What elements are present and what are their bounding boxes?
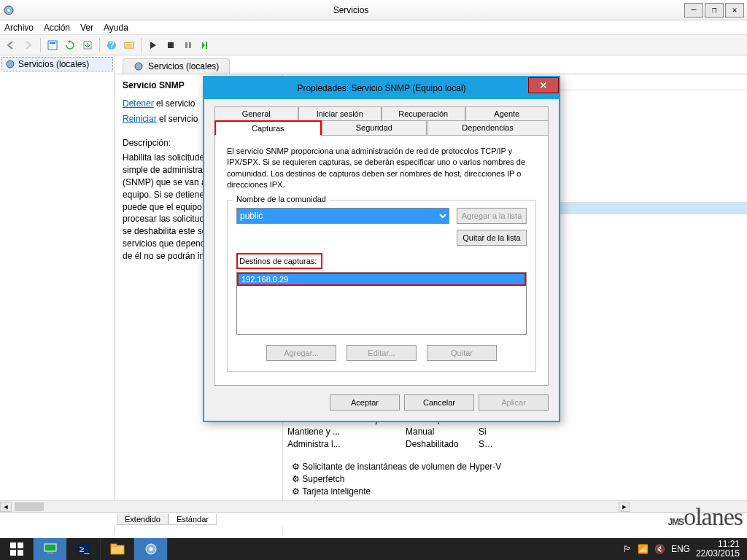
tray-clock[interactable]: 11:21 22/03/2015 [696,540,740,559]
menu-archivo[interactable]: Archivo [4,23,34,33]
properties-dialog: Propiedades: Servicio SNMP (Equipo local… [203,76,560,422]
restart-icon[interactable] [198,37,214,53]
restart-service-link[interactable]: Reiniciar [123,114,157,124]
tray-network-icon[interactable]: 📶 [638,544,649,554]
svg-rect-3 [50,42,55,44]
list-item[interactable]: ⚙ Superfetch [292,473,501,486]
gear-icon: ⚙ [292,462,300,472]
minimize-button[interactable]: ─ [684,3,703,18]
svg-text:≥_: ≥_ [80,544,90,554]
tray-lang[interactable]: ENG [671,544,690,554]
menu-accion[interactable]: Acción [44,23,70,33]
back-button[interactable] [3,37,19,53]
toolbar: ? [0,35,747,55]
svg-rect-24 [111,544,117,546]
tree-node-services-local[interactable]: Servicios (locales) [1,57,113,71]
svg-rect-19 [44,544,56,551]
toolbar-btn-icon[interactable] [121,37,137,53]
community-combo[interactable]: public [236,208,449,224]
svg-rect-9 [168,42,174,48]
svg-point-26 [149,548,152,551]
left-tree-pane: Servicios (locales) [0,55,115,535]
window-title: Servicios [19,5,683,15]
dialog-close-button[interactable]: ✕ [528,77,559,93]
toolbar-refresh-icon[interactable] [62,37,78,53]
play-icon[interactable] [145,37,161,53]
svg-rect-8 [126,44,132,47]
tray-sound-icon[interactable]: 🔇 [654,544,665,554]
cancel-button[interactable]: Cancelar [404,394,474,411]
tray-flag-icon[interactable]: 🏳 [623,544,632,554]
toolbar-export-icon[interactable] [80,37,96,53]
trap-destinations-listbox[interactable]: 192.168.0.29 [236,272,527,335]
add-trap-button[interactable]: Agregar... [266,345,336,361]
taskbar-explorer[interactable] [101,538,134,560]
toolbar-help-icon[interactable]: ? [104,37,120,53]
right-pane-tab[interactable]: Servicios (locales) [123,58,230,74]
visible-service-rows: ⚙ Solicitante de instantáneas de volumen… [292,461,501,498]
svg-rect-11 [189,42,191,48]
dialog-titlebar[interactable]: Propiedades: Servicio SNMP (Equipo local… [204,77,559,99]
dialog-title: Propiedades: Servicio SNMP (Equipo local… [297,83,465,93]
menu-ver[interactable]: Ver [80,23,93,33]
apply-button[interactable]: Aplicar [479,394,549,411]
h-scrollbar[interactable]: ◄ ► [0,500,747,512]
services-icon [3,4,15,16]
svg-point-1 [7,9,10,12]
stop-icon[interactable] [163,37,179,53]
gear-icon: ⚙ [292,486,300,497]
svg-point-13 [7,61,14,68]
list-item[interactable]: ⚙ Solicitante de instantáneas de volumen… [292,461,501,473]
list-item[interactable]: ⚙ Tarjeta inteligente [292,486,501,498]
svg-rect-16 [18,542,23,548]
trap-destination-item[interactable]: 192.168.0.29 [237,273,526,286]
taskbar-powershell[interactable]: ≥_ [67,538,101,560]
taskbar-services[interactable] [134,538,168,560]
svg-rect-2 [48,41,57,50]
edit-trap-button[interactable]: Editar... [347,345,417,361]
tab-extendido[interactable]: Extendido [117,514,169,525]
tab-agente[interactable]: Agente [465,106,549,121]
remove-from-list-button[interactable]: Quitar de la lista [457,230,527,246]
svg-rect-15 [10,542,16,548]
svg-rect-23 [111,545,124,554]
ok-button[interactable]: Aceptar [330,394,400,411]
tab-iniciar-sesion[interactable]: Iniciar sesión [298,106,382,121]
traps-label: Destinos de capturas: [239,257,317,265]
gear-icon: ⚙ [292,474,300,484]
start-button[interactable] [0,538,34,560]
svg-rect-20 [47,552,53,554]
add-to-list-button[interactable]: Agregar a la lista [457,208,527,224]
tab-recuperacion[interactable]: Recuperación [382,106,465,121]
right-pane-header: Servicios (locales) [115,55,747,74]
svg-point-14 [135,63,142,70]
svg-rect-12 [206,42,207,49]
tree-node-label: Servicios (locales) [18,59,89,69]
close-button[interactable]: ✕ [725,3,744,18]
table-row[interactable]: Administra l...DeshabilitadoSe [283,438,747,450]
svg-rect-18 [18,550,23,556]
menu-ayuda[interactable]: Ayuda [104,23,128,33]
remove-trap-button[interactable]: Quitar [427,345,497,361]
tab-dependencias[interactable]: Dependencias [427,120,549,136]
table-row[interactable]: Mantiene y ...ManualSi [283,425,747,438]
tab-general[interactable]: General [214,106,298,121]
pause-icon[interactable] [180,37,196,53]
taskbar: ≥_ 🏳 📶 🔇 ENG 11:21 22/03/2015 [0,538,747,560]
taskbar-server-manager[interactable] [34,538,67,560]
window-titlebar: Servicios ─ ❐ ✕ [0,0,747,20]
svg-rect-10 [185,42,187,48]
maximize-button[interactable]: ❐ [705,3,724,18]
menu-bar: Archivo Acción Ver Ayuda [0,20,747,35]
tab-estandar[interactable]: Estándar [169,514,217,525]
tab-seguridad[interactable]: Seguridad [322,120,427,136]
tab-info-text: El servicio SNMP proporciona una adminis… [227,146,536,191]
toolbar-properties-icon[interactable] [44,37,61,53]
stop-service-link[interactable]: Detener [123,98,154,109]
svg-text:?: ? [109,40,115,50]
community-legend: Nombre de la comunidad [233,195,329,203]
forward-button[interactable] [20,37,36,53]
tab-capturas[interactable]: Capturas [214,120,322,136]
svg-rect-17 [10,550,16,556]
